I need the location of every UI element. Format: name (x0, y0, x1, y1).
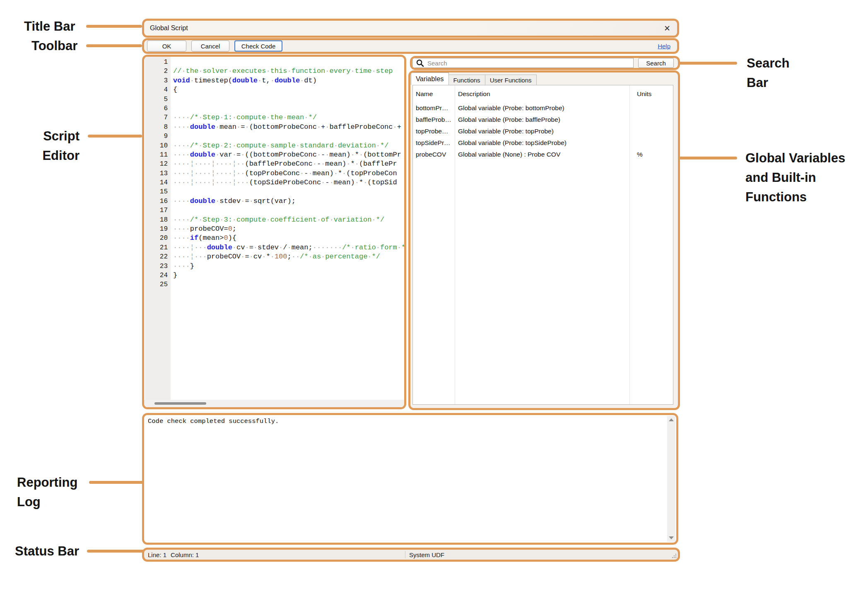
column-header: Name (413, 90, 455, 98)
variables-table-body: bottomPr…Global variable (Probe: bottomP… (413, 102, 673, 160)
annotation-text: Toolbar (31, 36, 77, 56)
callout-line (679, 62, 737, 65)
column-divider (455, 85, 455, 404)
annotation-text: Title Bar (24, 17, 75, 36)
callout-line (86, 44, 142, 47)
table-cell: Global variable (Probe: bottomProbe) (455, 104, 629, 112)
annotation-text: Bar (747, 73, 789, 92)
annotation-text: and Built-in (745, 168, 845, 187)
code-lines[interactable]: //·the·solver·executes·this·function·eve… (171, 58, 404, 290)
table-cell: Global variable (Probe: topSideProbe) (455, 139, 629, 147)
annotation-search-bar: Search Bar (747, 53, 789, 92)
status-line: Line: 1 (148, 551, 166, 558)
annotated-screenshot: Title Bar Toolbar Script Editor Search B… (0, 0, 868, 594)
variables-table-header: NameDescriptionUnits (413, 85, 673, 102)
annotation-text: Log (17, 492, 77, 512)
editor-h-scrollbar[interactable] (144, 400, 404, 407)
annotation-reporting-log: Reporting Log (17, 473, 77, 512)
search-button[interactable]: Search (638, 58, 674, 68)
callout-line (87, 550, 145, 553)
annotation-text: Reporting (17, 473, 77, 492)
cancel-button[interactable]: Cancel (191, 41, 229, 52)
check-code-button[interactable]: Check Code (234, 41, 282, 52)
tab-user-functions[interactable]: User Functions (485, 75, 537, 85)
callout-line (679, 157, 737, 159)
table-row[interactable]: baffleProb…Global variable (Probe: baffl… (413, 114, 673, 126)
line-numbers: 1234567891011121314151617181920212223242… (145, 57, 171, 400)
table-cell: % (629, 151, 673, 158)
annotation-toolbar: Toolbar (31, 36, 77, 56)
table-cell: Global variable (Probe: topProbe) (455, 128, 629, 135)
reporting-log[interactable]: Code check completed successfully. (142, 413, 678, 545)
table-cell: Global variable (None) : Probe COV (455, 151, 629, 158)
search-bar: Search Search (410, 56, 680, 70)
table-cell: bottomPr… (413, 104, 455, 112)
scroll-up-icon[interactable] (669, 418, 674, 421)
tab-variables[interactable]: Variables (411, 72, 449, 85)
callout-line (89, 481, 145, 484)
annotation-title-bar: Title Bar (24, 17, 75, 36)
annotation-text: Global Variables (745, 148, 845, 168)
tab-functions[interactable]: Functions (448, 75, 485, 85)
search-icon (416, 59, 424, 67)
status-mode: System UDF (409, 551, 444, 558)
status-divider (405, 551, 405, 558)
table-cell: Global variable (Probe: baffleProbe) (455, 116, 629, 123)
annotation-text: Status Bar (15, 541, 79, 561)
title-bar: Global Script ✕ (142, 19, 679, 38)
script-editor[interactable]: 1234567891011121314151617181920212223242… (142, 55, 406, 409)
table-row[interactable]: topSidePr…Global variable (Probe: topSid… (413, 137, 673, 149)
table-cell: topProbe… (413, 128, 455, 135)
toolbar: OK Cancel Check Code Help (142, 38, 679, 54)
search-placeholder: Search (427, 60, 447, 67)
table-row[interactable]: topProbe…Global variable (Probe: topProb… (413, 126, 673, 137)
global-variables-panel: VariablesFunctionsUser Functions NameDes… (408, 70, 680, 410)
close-icon[interactable]: ✕ (664, 24, 670, 32)
ok-button[interactable]: OK (147, 41, 186, 52)
variables-table: NameDescriptionUnits bottomPr…Global var… (412, 85, 673, 405)
callout-line (86, 25, 142, 28)
status-column: Column: 1 (171, 551, 199, 558)
annotation-text: Editor (17, 146, 80, 165)
log-message: Code check completed successfully. (148, 418, 279, 425)
tab-strip: VariablesFunctionsUser Functions (411, 72, 536, 85)
resize-grip-icon[interactable] (671, 553, 677, 558)
status-bar: Line: 1 Column: 1 System UDF (142, 548, 680, 562)
window-title: Global Script (150, 24, 188, 32)
annotation-text: Script (17, 126, 80, 146)
annotation-script-editor: Script Editor (17, 126, 80, 165)
log-v-scrollbar[interactable] (667, 416, 675, 542)
table-cell: probeCOV (413, 151, 455, 158)
annotation-status-bar: Status Bar (15, 541, 79, 561)
annotation-text: Search (747, 53, 789, 73)
table-row[interactable]: probeCOVGlobal variable (None) : Probe C… (413, 149, 673, 160)
callout-line (88, 135, 142, 138)
scroll-down-icon[interactable] (669, 536, 674, 539)
table-row[interactable]: bottomPr…Global variable (Probe: bottomP… (413, 102, 673, 114)
column-divider (629, 85, 630, 404)
column-header: Units (629, 90, 673, 98)
table-cell: topSidePr… (413, 139, 455, 147)
help-link[interactable]: Help (658, 43, 670, 50)
table-cell: baffleProb… (413, 116, 455, 123)
annotation-text: Functions (745, 187, 845, 207)
scrollbar-thumb[interactable] (154, 402, 206, 405)
annotation-global-variables: Global Variables and Built-in Functions (745, 148, 845, 207)
cursor-position: Line: 1 Column: 1 (148, 551, 199, 558)
column-header: Description (455, 90, 629, 98)
search-input[interactable]: Search (412, 58, 634, 68)
